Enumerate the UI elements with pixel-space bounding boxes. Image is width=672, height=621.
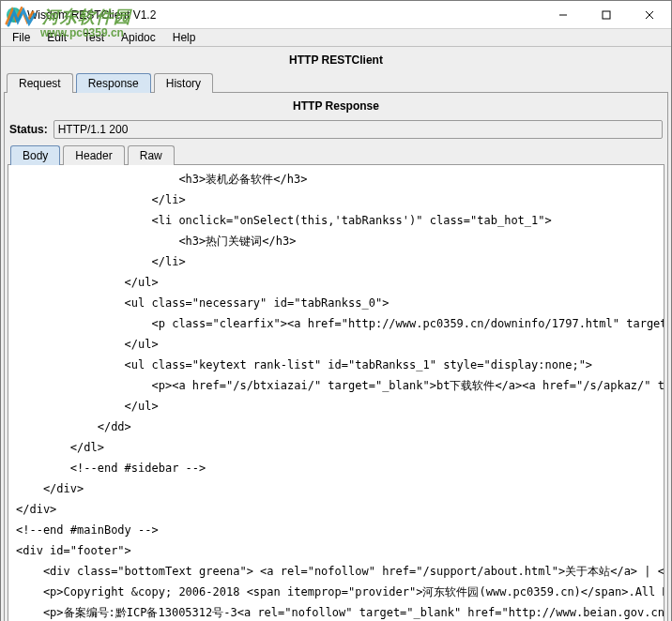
response-tabs: Body Header Raw bbox=[8, 144, 664, 164]
status-row: Status: HTTP/1.1 200 bbox=[8, 116, 664, 144]
menu-file[interactable]: File bbox=[5, 29, 38, 46]
maximize-button[interactable] bbox=[585, 1, 628, 29]
response-title: HTTP Response bbox=[8, 96, 664, 116]
tab-body[interactable]: Body bbox=[10, 145, 60, 165]
status-value: HTTP/1.1 200 bbox=[53, 120, 663, 139]
tab-history[interactable]: History bbox=[154, 73, 213, 93]
minimize-button[interactable] bbox=[542, 1, 585, 29]
main-area: HTTP RESTClient Request Response History… bbox=[1, 47, 671, 621]
menu-help[interactable]: Help bbox=[165, 29, 204, 46]
response-body-text[interactable]: <h3>装机必备软件</h3> </li> <li onclick="onSel… bbox=[8, 165, 664, 621]
tab-header[interactable]: Header bbox=[63, 145, 124, 165]
svg-rect-1 bbox=[603, 11, 610, 19]
window-controls bbox=[542, 1, 671, 29]
menu-apidoc[interactable]: Apidoc bbox=[114, 29, 163, 46]
app-icon bbox=[7, 8, 22, 23]
menu-edit[interactable]: Edit bbox=[39, 29, 74, 46]
main-tabs: Request Response History bbox=[4, 72, 668, 92]
menu-test[interactable]: Test bbox=[76, 29, 112, 46]
window-title: Wisdom RESTClient V1.2 bbox=[27, 8, 542, 22]
tab-response[interactable]: Response bbox=[76, 73, 151, 93]
titlebar: Wisdom RESTClient V1.2 bbox=[1, 1, 671, 29]
main-title: HTTP RESTClient bbox=[4, 50, 668, 72]
body-panel: <h3>装机必备软件</h3> </li> <li onclick="onSel… bbox=[8, 164, 664, 621]
app-window: 河东软件园 www.pc0359.cn Wisdom RESTClient V1… bbox=[0, 0, 672, 621]
response-panel: HTTP Response Status: HTTP/1.1 200 Body … bbox=[4, 92, 668, 621]
close-button[interactable] bbox=[628, 1, 671, 29]
tab-raw[interactable]: Raw bbox=[128, 145, 175, 165]
status-label: Status: bbox=[9, 123, 48, 136]
menubar: File Edit Test Apidoc Help bbox=[1, 29, 671, 47]
tab-request[interactable]: Request bbox=[7, 73, 73, 93]
body-scroll-area[interactable]: <h3>装机必备软件</h3> </li> <li onclick="onSel… bbox=[8, 165, 664, 621]
